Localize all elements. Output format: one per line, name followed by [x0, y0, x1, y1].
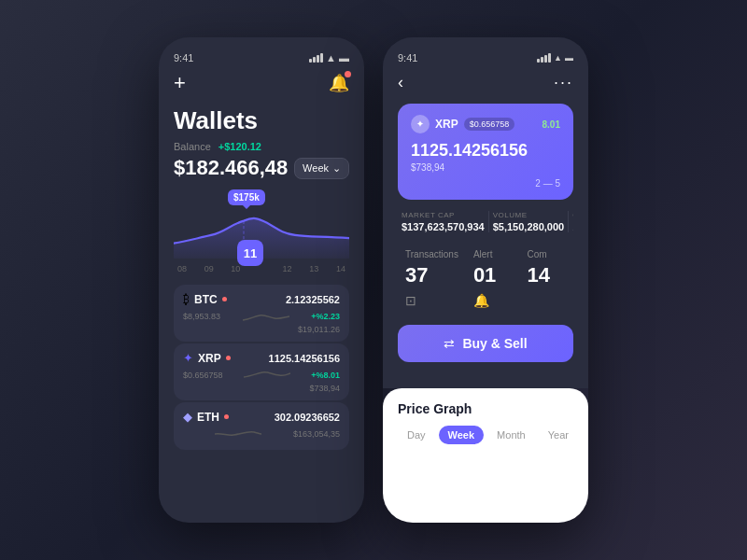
list-item[interactable]: ◆ ETH 302.09236652 $163,054,35	[174, 402, 349, 450]
xrp-amount: 1125.14256156	[411, 141, 560, 161]
transactions-section: Transactions 37 ⊡ Alert 01 🔔 Com 14	[398, 242, 573, 315]
transaction-icon: ⊡	[405, 293, 458, 308]
back-button[interactable]: ‹	[398, 73, 403, 92]
xrp-card: ✦ XRP $0.656758 8.01 1125.14256156 $738,…	[398, 104, 573, 200]
xrp-change-value: 8.01	[543, 119, 560, 130]
status-dot	[226, 356, 231, 360]
coin-amount: 2.12325562	[286, 294, 340, 305]
left-status-icons: ▲ ▬	[309, 52, 349, 63]
stat-value: 16,9	[572, 221, 573, 232]
transactions-label: Transactions	[405, 249, 458, 259]
tab-year[interactable]: Year	[539, 426, 578, 444]
tab-week[interactable]: Week	[439, 426, 485, 444]
notification-button[interactable]: 🔔	[329, 73, 349, 93]
coin-name: ETH	[197, 411, 219, 424]
battery-icon: ▬	[339, 52, 349, 63]
tab-day[interactable]: Day	[398, 426, 435, 444]
bell-icon: 🔔	[473, 293, 513, 308]
notification-dot	[345, 71, 351, 77]
com-item: Com 14	[519, 242, 573, 315]
buy-sell-button[interactable]: ⇄ Buy & Sell	[398, 325, 573, 362]
left-status-bar: 9:41 ▲ ▬	[174, 52, 349, 63]
coin-amount: 302.09236652	[275, 412, 340, 423]
right-status-bar: 9:41 ▲ ▬	[398, 52, 573, 63]
chevron-down-icon: ⌄	[332, 162, 341, 175]
period-label: Week	[303, 162, 329, 174]
coin-change: +%8.01	[311, 371, 340, 380]
xrp-coin-icon: ✦	[411, 115, 430, 133]
volume-stat: VOLUME $5,150,280,000	[489, 211, 569, 232]
circ-stat: CIRC. 16,9	[569, 211, 573, 232]
alert-item: Alert 01 🔔	[466, 242, 520, 315]
tab-range[interactable]: Range	[582, 426, 588, 444]
coin-usd: $738,94	[183, 384, 340, 393]
price-chart: $175k 11 08 09 10 12 13 14	[174, 189, 349, 273]
balance-amount: $182.466,48	[174, 156, 288, 180]
mini-chart	[243, 308, 289, 325]
stat-value: $137,623,570,934	[402, 221, 485, 232]
list-item[interactable]: ₿ BTC 2.12325562 $8,953.83 +%2.23 $19,01…	[174, 285, 349, 342]
selected-day: 11	[237, 240, 263, 266]
period-selector[interactable]: Week ⌄	[294, 158, 349, 179]
status-dot	[224, 414, 229, 419]
battery-icon: ▬	[565, 53, 573, 63]
wifi-icon: ▲	[554, 53, 562, 63]
balance-change: +$120.12	[218, 141, 261, 152]
coin-change: +%2.23	[311, 312, 340, 321]
page-title: Wallets	[174, 106, 349, 135]
coin-name: XRP	[198, 352, 221, 365]
stat-value: $5,150,280,000	[493, 221, 564, 232]
eth-icon: ◆	[183, 410, 192, 424]
coin-list: ₿ BTC 2.12325562 $8,953.83 +%2.23 $19,01…	[174, 285, 349, 508]
transactions-value: 37	[405, 263, 458, 287]
com-value: 14	[527, 263, 566, 287]
transactions-item: Transactions 37 ⊡	[398, 242, 466, 315]
coin-amount: 1125.14256156	[269, 353, 340, 364]
coin-name: BTC	[194, 293, 218, 306]
left-phone: 9:41 ▲ ▬ + 🔔 Wallets Balance +$120.12 $1…	[159, 37, 364, 523]
xrp-usd-value: $738,94	[411, 162, 560, 173]
mini-chart	[215, 426, 261, 442]
coin-usd: $19,011.26	[183, 325, 340, 334]
stat-label: MARKET CAP	[402, 211, 485, 219]
xrp-icon: ✦	[183, 351, 193, 365]
stat-label: CIRC.	[572, 211, 573, 219]
alert-label: Alert	[473, 249, 513, 259]
stats-row: MARKET CAP $137,623,570,934 VOLUME $5,15…	[398, 211, 573, 232]
price-graph-title: Price Graph	[398, 401, 573, 416]
price-graph-card: Price Graph Day Week Month Year Range	[383, 388, 588, 523]
buy-sell-label: Buy & Sell	[462, 336, 527, 351]
com-label: Com	[527, 249, 566, 259]
mini-chart	[244, 367, 290, 384]
wifi-icon: ▲	[326, 52, 336, 63]
chart-tooltip: $175k	[228, 189, 265, 205]
market-cap-stat: MARKET CAP $137,623,570,934	[398, 211, 489, 232]
signal-icon	[537, 53, 551, 63]
alert-value: 01	[473, 263, 513, 287]
right-time: 9:41	[398, 52, 417, 63]
balance-amount-row: $182.466,48 Week ⌄	[174, 156, 349, 180]
card-pagination: 2 — 5	[535, 178, 560, 189]
tab-month[interactable]: Month	[487, 426, 535, 444]
coin-price: $0.656758	[183, 371, 223, 380]
more-options-button[interactable]: ···	[554, 73, 573, 92]
chart-x-labels: 08 09 10 12 13 14	[174, 264, 349, 273]
right-status-icons: ▲ ▬	[537, 53, 573, 63]
status-dot	[222, 297, 227, 301]
balance-row: Balance +$120.12	[174, 141, 349, 152]
signal-icon	[309, 53, 323, 63]
time-tabs: Day Week Month Year Range	[398, 426, 573, 444]
xrp-name: XRP	[435, 118, 458, 131]
add-button[interactable]: +	[174, 71, 186, 95]
right-nav: ‹ ···	[398, 73, 573, 92]
left-time: 9:41	[174, 52, 193, 63]
list-item[interactable]: ✦ XRP 1125.14256156 $0.656758 +%8.01 $73…	[174, 343, 349, 400]
stat-label: VOLUME	[493, 211, 564, 219]
coin-usd: $163,054,35	[293, 429, 340, 439]
btc-icon: ₿	[183, 292, 190, 306]
coin-price: $8,953.83	[183, 312, 220, 321]
xrp-current-price: $0.656758	[464, 118, 515, 131]
left-header: + 🔔	[174, 71, 349, 95]
right-phone: 9:41 ▲ ▬ ‹ ··· ✦ XRP $0.656758	[383, 37, 588, 523]
balance-label: Balance	[174, 141, 211, 152]
